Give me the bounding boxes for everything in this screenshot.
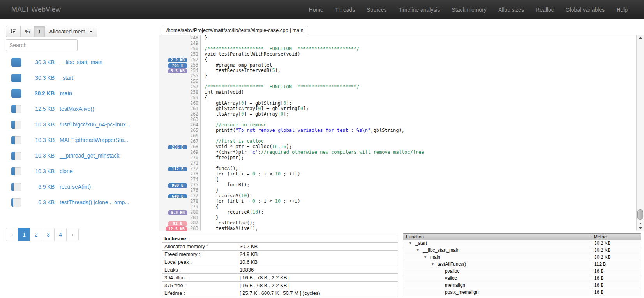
function-list-item[interactable]: 6.3 KBtestThreads() [clone ._omp...	[6, 195, 157, 210]
nav-item-home[interactable]: Home	[303, 0, 329, 19]
pagination-prev[interactable]: ‹	[6, 228, 18, 241]
navbar-menu: HomeThreadsSourcesTimeline analysisStack…	[303, 0, 644, 19]
source-file-tab[interactable]: /home/sebv/Projects/matt/src/lib/tests/s…	[162, 26, 308, 35]
code-text: //ensure no remove	[201, 122, 636, 128]
calltree-row[interactable]: ▼testAllFuncs()112 B	[403, 261, 641, 268]
function-name-link[interactable]: testMaxAlive()	[60, 106, 94, 112]
badge-gutter	[159, 79, 189, 84]
line-number: 265	[189, 128, 201, 133]
function-name-link[interactable]: recurseA(int)	[60, 184, 91, 190]
expand-triangle-icon[interactable]: ▼	[431, 261, 438, 268]
pagination-next[interactable]: ›	[66, 228, 79, 241]
calltree-row[interactable]: pvalloc16 B	[403, 268, 641, 275]
function-list-item[interactable]: 10.3 KB/usr/lib/gcc/x86_64-pc-linux...	[6, 117, 157, 132]
nav-item-timeline-analysis[interactable]: Timeline analysis	[393, 0, 446, 19]
metric-dropdown-button[interactable]: Allocated mem.	[44, 26, 97, 37]
function-name-link[interactable]: main	[60, 90, 72, 96]
memory-progress-bar	[11, 183, 21, 191]
scroll-down-button[interactable]	[637, 226, 644, 231]
badge-gutter	[159, 117, 189, 122]
function-list-item[interactable]: 12.5 KBtestMaxAlive()	[6, 101, 157, 117]
calltree-row[interactable]: ▼_start30.2 KB	[403, 240, 641, 247]
function-name-link[interactable]: /usr/lib/gcc/x86_64-pc-linux...	[60, 121, 130, 128]
nav-item-alloc-sizes[interactable]: Alloc sizes	[492, 0, 530, 19]
expand-triangle-icon[interactable]: ▼	[416, 247, 423, 254]
code-text: for (int i = 0 ; i < 10 ; ++i)	[201, 171, 636, 177]
badge-gutter	[159, 89, 189, 95]
nav-item-help[interactable]: Help	[610, 0, 633, 19]
pagination-page-4[interactable]: 4	[54, 228, 67, 241]
function-name-link[interactable]: clone	[60, 168, 72, 174]
memory-progress-fill	[11, 183, 14, 191]
scroll-up-button-bottom[interactable]	[637, 221, 644, 226]
function-name-link[interactable]: __pthread_get_minstack	[60, 153, 119, 159]
calltree-function-name: testAllFuncs()	[438, 261, 466, 268]
line-number: 274	[189, 177, 201, 182]
nav-item-global-variables[interactable]: Global variables	[560, 0, 610, 19]
line-number: 261	[189, 106, 201, 111]
calltree-row[interactable]: ▼main30.2 KB	[403, 254, 641, 261]
calltree-row[interactable]: ▼__libc_start_main30.2 KB	[403, 247, 641, 254]
inclusive-row: Allocated memory :30.2 KB	[162, 243, 398, 251]
calltree-header-function[interactable]: Function	[403, 234, 591, 240]
pagination-page-2[interactable]: 2	[30, 228, 42, 241]
code-line: 5.5 KB254 testRecuseIntervedB(5);	[159, 68, 636, 73]
percent-toggle-button[interactable]: %	[20, 26, 34, 37]
calltree-row[interactable]: memalign16 B	[403, 282, 641, 289]
badge-gutter	[159, 177, 189, 182]
code-scrollbar[interactable]	[636, 35, 644, 231]
function-name-link[interactable]: __libc_start_main	[60, 59, 102, 65]
calltree-function-cell: posix_memalign	[403, 289, 591, 296]
badge-gutter	[159, 100, 189, 106]
function-list-item[interactable]: 10.3 KB__pthread_get_minstack	[6, 148, 157, 163]
search-input[interactable]	[6, 39, 78, 51]
function-list-item[interactable]: 10.3 KBMALT::pthreadWrapperSta...	[6, 132, 157, 148]
function-list-item[interactable]: 10.3 KBclone	[6, 163, 157, 179]
code-line: 2.2 KB252{	[159, 57, 636, 62]
line-number: 269	[189, 149, 201, 155]
pagination-page-3[interactable]: 3	[42, 228, 55, 241]
calltree-row[interactable]: valloc16 B	[403, 275, 641, 282]
function-list-item[interactable]: 6.9 KBrecurseA(int)	[6, 179, 157, 195]
expand-triangle-icon[interactable]: ▼	[409, 240, 415, 247]
nav-item-stack-memory[interactable]: Stack memory	[446, 0, 492, 19]
scrollbar-thumb[interactable]	[637, 209, 643, 220]
code-text	[201, 117, 636, 122]
sort-button[interactable]	[6, 26, 21, 37]
code-line: 278 for (int i = 0 ; i < 10 ; ++i)	[159, 198, 636, 204]
code-line: 271	[159, 160, 636, 166]
code-text: testMaxAlive();	[201, 226, 636, 231]
line-number: 263	[189, 117, 201, 122]
line-number: 270	[189, 155, 201, 160]
function-name-link[interactable]: testThreads() [clone ._omp...	[60, 199, 129, 205]
calltree-function-cell: ▼__libc_start_main	[403, 247, 591, 254]
memory-progress-fill	[11, 58, 21, 67]
line-number: 254	[189, 68, 201, 73]
code-line: 256	[159, 79, 636, 84]
code-line: 251void testParallelWithRecurse(void)	[159, 51, 636, 57]
function-list-item[interactable]: 30.2 KBmain	[6, 86, 157, 101]
intensity-toggle-button[interactable]: I	[34, 26, 45, 37]
function-name-link[interactable]: MALT::pthreadWrapperSta...	[60, 137, 128, 143]
calltree-row[interactable]: posix_memalign16 B	[403, 289, 641, 296]
code-text: {	[201, 177, 636, 182]
code-line: 6.3 KB280 recurseA(10);	[159, 209, 636, 215]
memory-progress-fill	[11, 74, 21, 82]
scroll-up-button[interactable]	[637, 35, 644, 40]
nav-item-realloc[interactable]: Realloc	[530, 0, 560, 19]
nav-item-threads[interactable]: Threads	[329, 0, 361, 19]
function-name-link[interactable]: _start	[60, 75, 73, 81]
nav-item-sources[interactable]: Sources	[361, 0, 392, 19]
line-number: 250	[189, 46, 201, 51]
badge-gutter	[159, 106, 189, 111]
function-list-item[interactable]: 30.3 KB_start	[6, 70, 157, 86]
function-size-label: 12.5 KB	[21, 106, 55, 112]
calltree-header-metric[interactable]: Metric	[591, 234, 641, 240]
badge-gutter: 5.5 KB	[159, 68, 189, 73]
function-list-item[interactable]: 30.3 KB__libc_start_main	[6, 54, 157, 70]
expand-triangle-icon[interactable]: ▼	[423, 254, 430, 261]
memory-progress-fill	[11, 121, 15, 129]
line-number: 271	[189, 160, 201, 166]
pagination-page-1[interactable]: 1	[18, 228, 30, 241]
calltree-rows: ▼_start30.2 KB▼__libc_start_main30.2 KB▼…	[403, 240, 641, 296]
